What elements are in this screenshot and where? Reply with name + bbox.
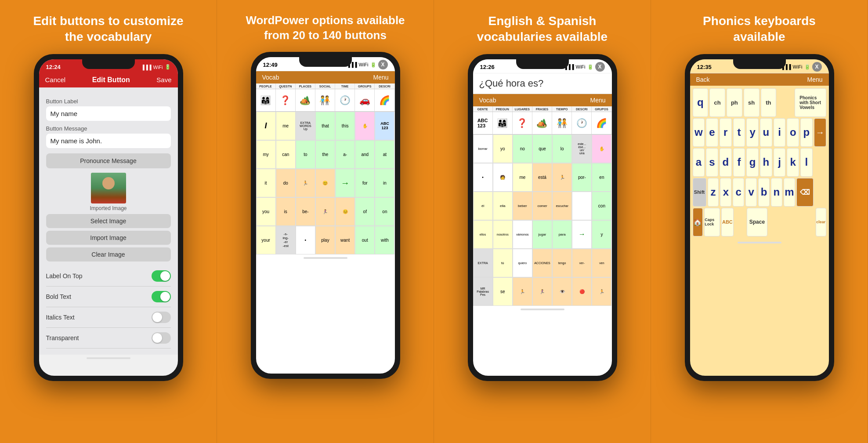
pronounce-message-button[interactable]: Pronounce Message bbox=[46, 153, 171, 168]
key-j[interactable]: j bbox=[774, 148, 786, 177]
sp-el[interactable]: él bbox=[473, 192, 493, 220]
sp-para[interactable]: para bbox=[552, 220, 572, 249]
word-run2[interactable]: 🏃‍♀️ bbox=[315, 197, 335, 226]
menu-label-4[interactable]: Menu bbox=[807, 76, 822, 83]
key-backspace[interactable]: ⌫ bbox=[796, 178, 814, 207]
key-s[interactable]: s bbox=[706, 148, 718, 177]
word-my[interactable]: my bbox=[256, 140, 276, 169]
word-on[interactable]: on bbox=[375, 197, 394, 226]
select-image-button[interactable]: Select Image bbox=[46, 214, 171, 228]
key-w[interactable]: w bbox=[693, 118, 705, 147]
word-the[interactable]: the bbox=[315, 140, 335, 169]
word-a[interactable]: a- bbox=[335, 140, 355, 169]
sp-y[interactable]: y bbox=[592, 220, 611, 249]
sp-por[interactable]: por- bbox=[572, 163, 592, 192]
key-ch[interactable]: ch bbox=[709, 88, 725, 117]
cancel-button[interactable]: Cancel bbox=[45, 76, 66, 84]
cat-people[interactable]: PEOPLE bbox=[256, 84, 276, 89]
sp-circle[interactable]: 🔴 bbox=[572, 277, 592, 306]
sp-dot[interactable]: • bbox=[473, 163, 493, 192]
word-that[interactable]: that bbox=[315, 112, 335, 140]
key-sh[interactable]: sh bbox=[744, 88, 760, 117]
word-to[interactable]: to bbox=[296, 140, 315, 169]
cat-time[interactable]: TIME bbox=[335, 84, 355, 89]
sp-run3[interactable]: 🏃 bbox=[552, 163, 572, 192]
key-d[interactable]: d bbox=[720, 148, 732, 177]
cat-descri-sp[interactable]: DESCRI bbox=[572, 106, 592, 112]
sp-me[interactable]: me bbox=[513, 163, 532, 192]
word-run1[interactable]: 🏃 bbox=[296, 169, 315, 197]
word-extra[interactable]: EXTRAWORDSUp bbox=[296, 112, 315, 140]
cat-questn[interactable]: QUESTN bbox=[276, 84, 296, 89]
word-hand[interactable]: ✋ bbox=[355, 112, 375, 140]
sp-run5[interactable]: 🏃‍♀️ bbox=[532, 277, 552, 306]
key-clear[interactable]: clear bbox=[816, 208, 826, 236]
icon-question[interactable]: ❓ bbox=[276, 89, 296, 111]
icon-gente[interactable]: ABC123 bbox=[473, 112, 493, 134]
key-t[interactable]: t bbox=[733, 118, 745, 147]
word-do[interactable]: do bbox=[276, 169, 296, 197]
word-of[interactable]: of bbox=[355, 197, 375, 226]
key-capslock[interactable]: Caps Lock bbox=[704, 208, 720, 236]
sp-hand[interactable]: ✋ bbox=[592, 134, 611, 163]
word-your[interactable]: your bbox=[256, 226, 276, 254]
cat-lugares[interactable]: LUGARES bbox=[513, 106, 532, 112]
word-smile1[interactable]: 😊 bbox=[315, 169, 335, 197]
sp-run6[interactable]: 🏃 bbox=[592, 277, 611, 306]
key-th[interactable]: th bbox=[761, 88, 777, 117]
word-I[interactable]: I bbox=[256, 112, 276, 140]
sp-acciones[interactable]: ACCIONES bbox=[532, 249, 552, 277]
key-f[interactable]: f bbox=[733, 148, 745, 177]
sp-este[interactable]: este...ese...un/una bbox=[572, 134, 592, 163]
label-on-top-toggle[interactable] bbox=[152, 270, 171, 282]
key-i[interactable]: i bbox=[774, 118, 786, 147]
key-g[interactable]: g bbox=[746, 148, 759, 177]
sp-tu[interactable]: tú bbox=[493, 249, 513, 277]
sp-ella[interactable]: ella bbox=[493, 192, 513, 220]
word-you[interactable]: you bbox=[256, 197, 276, 226]
key-next-arrow[interactable]: → bbox=[814, 118, 826, 147]
key-k[interactable]: k bbox=[787, 148, 799, 177]
sp-eye[interactable]: 👁️ bbox=[552, 277, 572, 306]
key-o[interactable]: o bbox=[787, 118, 799, 147]
vocab-label-3[interactable]: Vocab bbox=[479, 97, 496, 104]
sp-vamos[interactable]: vámonos bbox=[513, 220, 532, 249]
cat-frases[interactable]: FRASES bbox=[532, 106, 552, 112]
import-image-button[interactable]: Import Image bbox=[46, 231, 171, 245]
sp-ver[interactable]: ver- bbox=[572, 249, 592, 277]
key-ph[interactable]: ph bbox=[727, 88, 742, 117]
sp-en[interactable]: en bbox=[592, 163, 611, 192]
button-label-input[interactable]: My name bbox=[46, 106, 171, 121]
icon-grupos-ico[interactable]: 🌈 bbox=[592, 112, 611, 134]
close-x-button-4[interactable]: X bbox=[812, 62, 822, 72]
key-abc-mode[interactable]: ABC bbox=[721, 208, 734, 236]
word-at[interactable]: at bbox=[375, 140, 394, 169]
cat-pregun[interactable]: PREGUN bbox=[493, 106, 513, 112]
sp-escuchar[interactable]: escuchar bbox=[552, 192, 572, 220]
close-x-button-2[interactable]: X bbox=[378, 60, 388, 69]
word-smile2[interactable]: 😊 bbox=[335, 197, 355, 226]
cat-social[interactable]: SOCIAL bbox=[315, 84, 335, 89]
word-this[interactable]: this bbox=[335, 112, 355, 140]
icon-social[interactable]: 🧑‍🤝‍🧑 bbox=[315, 89, 335, 111]
sp-beber[interactable]: beber bbox=[513, 192, 532, 220]
cat-grupos[interactable]: GRUPOS bbox=[592, 106, 611, 112]
sp-extra[interactable]: EXTRA bbox=[473, 249, 493, 277]
word-with[interactable]: with bbox=[375, 226, 394, 254]
italics-text-toggle[interactable] bbox=[152, 312, 171, 323]
key-n[interactable]: n bbox=[771, 178, 782, 207]
sp-palabras[interactable]: MRPalabrasPes bbox=[473, 277, 493, 306]
key-a[interactable]: a bbox=[693, 148, 705, 177]
key-r[interactable]: r bbox=[720, 118, 732, 147]
save-button[interactable]: Save bbox=[156, 76, 171, 84]
word-me[interactable]: me bbox=[276, 112, 296, 140]
key-p[interactable]: p bbox=[800, 118, 813, 147]
cat-places[interactable]: PLACES bbox=[296, 84, 315, 89]
key-l[interactable]: l bbox=[800, 148, 813, 177]
bold-text-toggle[interactable] bbox=[152, 291, 171, 302]
key-m[interactable]: m bbox=[784, 178, 795, 207]
icon-groups[interactable]: 🚗 bbox=[355, 89, 375, 111]
icon-people[interactable]: 👨‍👩‍👧 bbox=[256, 89, 276, 111]
sp-comer[interactable]: comer bbox=[532, 192, 552, 220]
icon-descri-ico[interactable]: 🕐 bbox=[572, 112, 592, 134]
